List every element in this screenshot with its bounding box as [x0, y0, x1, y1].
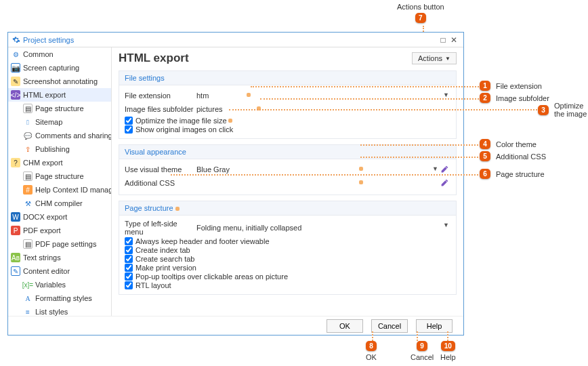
chevron-down-icon[interactable]: ▼: [443, 92, 449, 98]
connector: [360, 144, 478, 146]
sidebar-item-label: Screenshot annotating: [23, 77, 98, 85]
cancel-button[interactable]: Cancel: [371, 319, 408, 333]
connector: [229, 109, 537, 110]
checkbox-input[interactable]: [125, 281, 133, 289]
chevron-down-icon[interactable]: ▼: [443, 222, 449, 228]
actions-button[interactable]: Actions▼: [412, 52, 457, 64]
checkbox-input[interactable]: [125, 246, 133, 254]
field-label: Type of left-side menu: [125, 220, 196, 236]
sidebar-item-variables[interactable]: [x]=Variables: [8, 278, 111, 291]
checkbox-label: RTL layout: [135, 281, 171, 289]
row-file-extension: File extension htm ▼: [125, 89, 450, 102]
sidebar-item-pdf[interactable]: PPDF export: [8, 224, 111, 237]
close-button[interactable]: ✕: [448, 35, 459, 45]
section-file-settings: File settings File extension htm ▼ Image…: [119, 70, 457, 139]
checkbox-input[interactable]: [125, 272, 133, 281]
connector: [417, 331, 418, 341]
sidebar-item-label: Screen capturing: [23, 64, 79, 72]
sidebar-item-publishing[interactable]: ⇪Publishing: [8, 142, 111, 156]
dialog-footer: OK Cancel Help: [8, 316, 463, 335]
checkbox-showoriginal[interactable]: Show original images on click: [125, 125, 450, 134]
main-panel: HTML export Actions▼ File settings File …: [112, 47, 463, 316]
callout-badge: 9: [417, 341, 427, 351]
image-subfolder-input[interactable]: pictures: [196, 105, 223, 113]
field-label: File extension: [125, 92, 196, 100]
help-button[interactable]: Help: [416, 319, 453, 333]
sidebar-item-chmexport[interactable]: ?CHM export: [8, 156, 111, 169]
sidebar-item-common[interactable]: ⚙Common: [8, 47, 111, 61]
pencil-icon[interactable]: [440, 165, 449, 174]
sidebar-item-htmlexport[interactable]: </>HTML export: [8, 88, 111, 102]
gear-icon: [12, 36, 20, 44]
checkbox-tooltips[interactable]: Pop-up tooltips over clickable areas on …: [125, 272, 450, 281]
checkbox-input[interactable]: [125, 117, 133, 125]
sidebar-item-label: Comments and sharing: [35, 131, 112, 140]
theme-combo[interactable]: Blue Gray: [196, 165, 230, 174]
callout-marker: [247, 93, 251, 97]
callout-badge: 2: [480, 93, 490, 103]
checkbox-input[interactable]: [125, 255, 133, 263]
callout-badge: 4: [480, 139, 490, 149]
callout-label: Page structure: [496, 170, 545, 178]
checkbox-label: Always keep header and footer viewable: [135, 237, 270, 245]
sidebar-item-sitemap[interactable]: 𓇽Sitemap: [8, 115, 111, 129]
actions-label: Actions: [418, 54, 442, 62]
sidebar-item-formatting[interactable]: AFormatting styles: [8, 291, 111, 305]
page-icon: ▤: [23, 104, 33, 113]
field-label: Additional CSS: [125, 179, 196, 187]
connector: [372, 331, 373, 341]
checkbox-headerfooter[interactable]: Always keep header and footer viewable: [125, 237, 450, 245]
chevron-down-icon[interactable]: ▼: [432, 165, 438, 172]
checkbox-label: Pop-up tooltips over clickable areas on …: [135, 272, 288, 281]
sidebar-item-label: Page structure: [35, 104, 84, 113]
pencil-icon[interactable]: [440, 178, 449, 187]
sidebar-item-docx[interactable]: WDOCX export: [8, 210, 111, 224]
sidebar-item-annotating[interactable]: ✎Screenshot annotating: [8, 75, 111, 88]
sidebar-item-pagestructure[interactable]: ▤Page structure: [8, 102, 111, 115]
callout-marker: [175, 207, 180, 211]
menu-type-combo[interactable]: Folding menu, initially collapsed: [196, 224, 301, 232]
page-title: HTML export: [119, 52, 412, 65]
editor-icon: ✎: [11, 266, 20, 276]
sidebar-item-label: Publishing: [35, 145, 70, 153]
sidebar-item-label: Formatting styles: [35, 294, 92, 302]
sidebar-item-screencapturing[interactable]: 📷Screen capturing: [8, 61, 111, 75]
sidebar-item-label: PDF export: [23, 226, 61, 235]
file-extension-combo[interactable]: htm: [196, 92, 209, 100]
connector: [447, 331, 448, 341]
checkbox-indextab[interactable]: Create index tab: [125, 246, 450, 254]
maximize-button[interactable]: □: [438, 35, 448, 45]
sidebar-item-textstrings[interactable]: AвText strings: [8, 251, 111, 264]
sidebar-item-helpcontext[interactable]: #Help Context ID management: [8, 183, 111, 197]
sidebar-item-comments[interactable]: 💬Comments and sharing: [8, 129, 111, 142]
sidebar-item-pagestructure2[interactable]: ▤Page structure: [8, 169, 111, 183]
ok-button[interactable]: OK: [327, 319, 363, 333]
callout-label: Optimize the image file size: [554, 102, 588, 118]
dialog-window: Project settings □ ✕ ⚙Common 📷Screen cap…: [7, 32, 464, 336]
callout-badge: 6: [480, 169, 490, 179]
sidebar-item-label: Common: [23, 50, 54, 58]
callout-marker: [228, 119, 232, 123]
checkbox-label: Make print version: [135, 264, 196, 272]
comments-icon: 💬: [23, 131, 33, 140]
sidebar-item-pdfpage[interactable]: ▤PDF page settings: [8, 237, 111, 251]
checkbox-input[interactable]: [125, 264, 133, 272]
sidebar-item-liststyles[interactable]: ≡List styles: [8, 305, 111, 316]
row-additional-css: Additional CSS: [125, 177, 450, 189]
callout-badge: 7: [415, 13, 426, 23]
checkbox-optimize[interactable]: Optimize the image file size: [125, 117, 450, 125]
sidebar-item-chmcompiler[interactable]: ⚒CHM compiler: [8, 197, 111, 210]
sidebar-item-contenteditor[interactable]: ✎Content editor: [8, 264, 111, 278]
checkbox-printversion[interactable]: Make print version: [125, 264, 450, 272]
checkbox-input[interactable]: [125, 237, 133, 245]
sidebar: ⚙Common 📷Screen capturing ✎Screenshot an…: [8, 47, 112, 316]
compiler-icon: ⚒: [23, 199, 33, 208]
checkbox-rtl[interactable]: RTL layout: [125, 281, 450, 289]
checkbox-label: Create index tab: [135, 246, 190, 254]
checkbox-input[interactable]: [125, 125, 133, 134]
html-icon: </>: [11, 90, 20, 100]
chevron-down-icon: ▼: [445, 56, 450, 62]
checkbox-searchtab[interactable]: Create search tab: [125, 255, 450, 263]
font-icon: A: [23, 293, 33, 303]
window-title: Project settings: [23, 36, 438, 44]
